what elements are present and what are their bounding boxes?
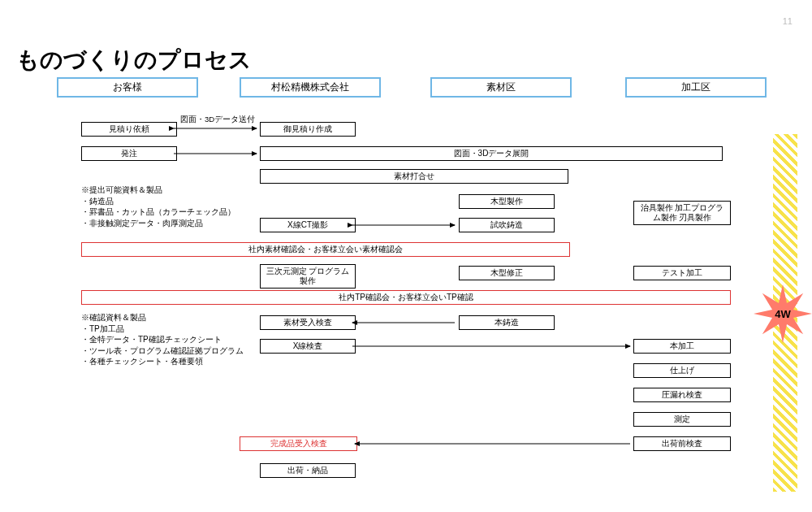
box-ship: 出荷・納品: [260, 463, 356, 478]
box-tp-review: 社内TP確認会・お客様立会いTP確認: [81, 290, 731, 305]
lane-customer: お客様: [57, 77, 198, 98]
box-main-cast: 本鋳造: [459, 315, 555, 330]
note-deliverables-2: ※確認資料＆製品 ・TP加工品 ・全特データ・TP確認チェックシート ・ツール表…: [81, 312, 260, 367]
box-wood-fix: 木型修正: [459, 266, 555, 280]
note-deliverables-1: ※提出可能資料＆製品 ・鋳造品 ・罫書品・カット品（カラーチェック品） ・非接触…: [81, 184, 260, 228]
box-trial-cast: 試吹鋳造: [459, 218, 555, 232]
box-3d-measure: 三次元測定 プログラム製作: [260, 264, 356, 289]
box-order: 発注: [81, 146, 177, 161]
lane-material: 素材区: [430, 77, 572, 98]
box-estimate-make: 御見積り作成: [260, 122, 356, 137]
box-test-proc: テスト加工: [633, 266, 731, 280]
box-wood-make: 木型製作: [459, 194, 555, 209]
box-material-review: 社内素材確認会・お客様立会い素材確認会: [81, 242, 570, 257]
milestone-star: 4W: [754, 284, 812, 343]
box-measure: 測定: [633, 412, 731, 427]
box-leak: 圧漏れ検査: [633, 388, 731, 402]
box-data-deploy: 図面・3Dデータ展開: [260, 146, 723, 161]
box-jig-make: 治具製作 加工プログラム製作 刃具製作: [633, 201, 731, 225]
box-material-meeting: 素材打合せ: [260, 169, 568, 184]
diagram-canvas: 11 ものづくりのプロセス お客様 村松精機株式会社 素材区 加工区 見積り依頼…: [0, 0, 812, 512]
box-final-inspect: 完成品受入検査: [240, 436, 357, 451]
box-main-proc: 本加工: [633, 339, 731, 354]
box-xray: X線検査: [260, 339, 356, 354]
page-title: ものづくりのプロセス: [16, 45, 252, 76]
lane-company: 村松精機株式会社: [240, 77, 381, 98]
box-estimate-request: 見積り依頼: [81, 122, 177, 137]
box-pre-ship: 出荷前検査: [633, 436, 731, 451]
box-recv-inspect: 素材受入検査: [260, 315, 356, 330]
lane-machining: 加工区: [625, 77, 767, 98]
edge-label-send: 図面・3Dデータ送付: [180, 115, 255, 125]
page-number: 11: [783, 16, 793, 26]
box-ct-scan: X線CT撮影: [260, 218, 356, 232]
box-finish: 仕上げ: [633, 363, 731, 378]
